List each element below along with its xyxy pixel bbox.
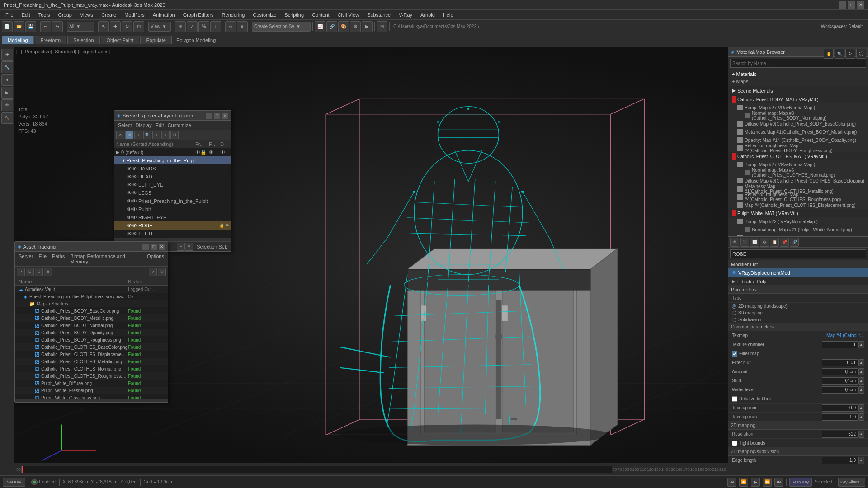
select-filter-dropdown[interactable]: All▼	[67, 22, 94, 32]
list-item[interactable]: 📁 Maps / Shaders	[15, 300, 168, 307]
list-item[interactable]: 👁👁 RIGHT_EYE	[114, 213, 231, 221]
prop-tb-3[interactable]: ⬜	[750, 238, 759, 247]
list-item[interactable]: ☁ Autodesk Vault Logged Out ...	[15, 286, 168, 293]
list-item[interactable]: 🖼 Catholic_Priest_BODY_Normal.png Found	[15, 322, 168, 329]
menu-help[interactable]: Help	[439, 11, 457, 19]
menu-substance[interactable]: Substance	[363, 11, 394, 19]
type-subdivision-radio[interactable]	[732, 318, 736, 322]
filter-blur-up[interactable]: ▲	[858, 359, 864, 366]
orbit-button[interactable]: ↻	[845, 49, 855, 59]
modifier-vray[interactable]: 👁 VRayDisplacementMod	[728, 268, 868, 277]
modifier-editable-poly[interactable]: ▶ Editable Poly	[728, 277, 868, 286]
list-item[interactable]: 🖼 Catholic_Priest_BODY_Metallic.png Foun…	[15, 314, 168, 322]
texmap-min-up[interactable]: ▲	[858, 404, 864, 412]
asset-menu-server[interactable]: Server	[19, 253, 33, 264]
menu-modifiers[interactable]: Modifiers	[121, 11, 148, 19]
type-3d-radio[interactable]	[732, 311, 736, 315]
mat-item[interactable]: Pulpit_White_MAT ( VRayMtl )	[728, 209, 868, 217]
list-item[interactable]: 🖼 Catholic_Priest_BODY_Roughness.png Fou…	[15, 336, 168, 343]
explorer-tb-7[interactable]: ⊟	[170, 131, 179, 139]
prop-tb-1[interactable]: 👁	[730, 238, 739, 247]
list-item[interactable]: 👁👁 LEFT_EYE	[114, 181, 231, 189]
modify-panel-btn[interactable]: 🔧	[1, 61, 13, 73]
transport-end[interactable]: ⏭	[774, 478, 783, 487]
list-item[interactable]: 🖼 Catholic_Priest_CLOTHES_BaseColor.png …	[15, 343, 168, 351]
percent-snap-button[interactable]: %	[198, 21, 209, 32]
list-item[interactable]: ▼ Priest_Preaching_in_the_Pulpit	[114, 156, 231, 164]
prop-tb-4[interactable]: ⚙	[760, 238, 769, 247]
list-item[interactable]: 👁👁 HEAD	[114, 173, 231, 181]
menu-tools[interactable]: Tools	[35, 11, 54, 19]
mat-search-input[interactable]	[730, 59, 866, 68]
rotate-button[interactable]: ↻	[122, 21, 132, 32]
asset-tb-1[interactable]: ↗	[17, 268, 25, 276]
timeline-track[interactable]	[21, 466, 612, 473]
asset-tb-4[interactable]: ⊠	[44, 268, 52, 276]
list-item[interactable]: ◈ Priest_Preaching_in_the_Pulpit_max_vra…	[15, 293, 168, 300]
mat-item[interactable]: Catholic_Priest_CLOTHES_MAT ( VRayMtl )	[728, 152, 868, 160]
selection-tab[interactable]: Selection	[67, 36, 99, 44]
type-subdivision-option[interactable]: Subdivision	[728, 316, 868, 323]
transport-start[interactable]: ⏮	[727, 478, 736, 487]
minimize-button[interactable]: —	[839, 1, 846, 9]
create-panel-btn[interactable]: ✚	[1, 49, 13, 61]
mat-item[interactable]: Metalness:Map #1(Catholic_Priest_BODY_Me…	[728, 128, 868, 136]
move-button[interactable]: ✚	[110, 21, 121, 32]
list-item[interactable]: 👁👁 TEETH	[114, 230, 231, 238]
transport-play[interactable]: ▶	[751, 478, 760, 487]
snap-toggle-button[interactable]: ⊞	[175, 21, 186, 32]
asset-tracking-header[interactable]: ◈ Asset Tracking — □ ✕	[15, 242, 168, 252]
list-item[interactable]: 🖼 Pulpit_White_Glossiness.png Found	[15, 394, 168, 399]
menu-civil-view[interactable]: Civil View	[334, 11, 363, 19]
filter-map-checkbox[interactable]	[732, 351, 737, 357]
list-item[interactable]: 🖼 Catholic_Priest_BODY_BaseColor.png Fou…	[15, 307, 168, 314]
mat-item[interactable]: Normal map: Map #21 (Pulpit_White_Normal…	[728, 225, 868, 234]
maximize-viewport-button[interactable]: ⛶	[856, 49, 866, 59]
tight-bounds-checkbox[interactable]	[732, 441, 737, 446]
menu-file[interactable]: File	[2, 11, 17, 19]
curve-editor-button[interactable]: 📈	[315, 21, 326, 32]
select-button[interactable]: ↖	[98, 21, 109, 32]
explorer-scrollbar[interactable]	[114, 238, 231, 241]
relative-bbox-checkbox[interactable]	[732, 396, 737, 402]
transport-prev[interactable]: ⏪	[739, 478, 748, 487]
explorer-tb-6[interactable]: ↓	[161, 131, 170, 139]
texture-channel-input[interactable]	[822, 341, 858, 348]
mat-item[interactable]: Reflection roughness: Map #4(Catholic_Pr…	[728, 144, 868, 152]
type-3d-option[interactable]: 3D mapping	[728, 310, 868, 316]
texmap-value[interactable]: Map #4 (Catholic...	[826, 333, 864, 338]
asset-tracking-restore[interactable]: □	[151, 244, 157, 250]
maximize-button[interactable]: □	[848, 1, 855, 9]
open-button[interactable]: 📂	[14, 21, 24, 32]
asset-scrollbar[interactable]	[15, 399, 168, 402]
edge-length-up[interactable]: ▲	[858, 457, 864, 464]
menu-customize[interactable]: Customize	[249, 11, 280, 19]
mat-item[interactable]: Map #4(Catholic_Priest_CLOTHES_Displacem…	[728, 201, 868, 209]
explorer-tb-3[interactable]: +	[134, 131, 142, 139]
menu-content[interactable]: Content	[308, 11, 333, 19]
schematic-button[interactable]: 🔗	[326, 21, 337, 32]
menu-edit[interactable]: Edit	[18, 11, 34, 19]
view-dropdown[interactable]: View▼	[148, 22, 171, 32]
mat-maps-section[interactable]: + Maps	[730, 78, 866, 85]
motion-panel-btn[interactable]: ▶	[1, 87, 13, 99]
texmap-min-input[interactable]	[822, 404, 858, 412]
object-paint-tab[interactable]: Object Paint	[101, 36, 140, 44]
explorer-tb-4[interactable]: 🔍	[143, 131, 151, 139]
type-2d-option[interactable]: 2D mapping (landscape)	[728, 303, 868, 310]
list-item[interactable]: 👁👁 Priest_Preaching_in_the_Pulpit	[114, 197, 231, 205]
menu-views[interactable]: Views	[76, 11, 97, 19]
layer-manager-button[interactable]: ⊞	[377, 21, 387, 32]
texmap-max-up[interactable]: ▲	[858, 413, 864, 421]
list-item[interactable]: 👁👁 HANDS	[114, 164, 231, 173]
list-item[interactable]: 🖼 Catholic_Priest_CLOTHES_Metallic.png F…	[15, 358, 168, 365]
explorer-select[interactable]: Select	[118, 122, 132, 128]
modeling-tab[interactable]: Modeling	[2, 36, 34, 44]
explorer-display[interactable]: Display	[136, 122, 152, 128]
scale-button[interactable]: ⊡	[133, 21, 144, 32]
explorer-tb-2[interactable]: ⊞	[125, 131, 133, 139]
menu-graph-editors[interactable]: Graph Editors	[179, 11, 217, 19]
shift-up[interactable]: ▲	[858, 377, 864, 385]
amount-input[interactable]	[822, 368, 858, 375]
create-selection-set-dropdown[interactable]: Create Selection Se▼	[252, 22, 311, 32]
